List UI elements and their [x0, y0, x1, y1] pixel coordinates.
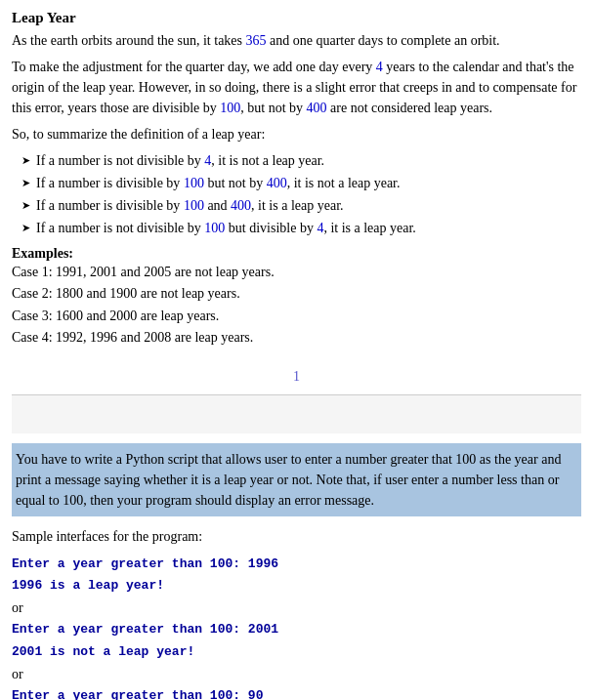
or-label-2: or: [12, 667, 581, 682]
task-highlight-box: You have to write a Python script that a…: [12, 443, 581, 516]
intro-para-3: So, to summarize the definition of a lea…: [12, 124, 581, 144]
sample-label: Sample interfaces for the program:: [12, 526, 581, 547]
bullet-text-3: If a number is divisible by 100 and 400,…: [36, 195, 344, 216]
intro-para-2: To make the adjustment for the quarter d…: [12, 57, 581, 118]
num-4: 4: [376, 60, 383, 74]
bullet-list: If a number is not divisible by 4, it is…: [21, 150, 581, 238]
bullet-item-2: If a number is divisible by 100 but not …: [21, 173, 581, 193]
case-2: Case 2: 1800 and 1900 are not leap years…: [12, 283, 581, 305]
page-number-value: 1: [293, 369, 300, 384]
num-365: 365: [246, 33, 267, 48]
num-100-1: 100: [220, 101, 240, 115]
task-text: You have to write a Python script that a…: [16, 452, 561, 508]
code-block-2-result: 2001 is not a leap year!: [12, 642, 581, 663]
intro-para-1: As the earth orbits around the sun, it t…: [12, 30, 581, 51]
bullet-item-4: If a number is not divisible by 100 but …: [21, 218, 581, 238]
code-block-1-result: 1996 is a leap year!: [12, 576, 581, 597]
num-400-1: 400: [307, 101, 327, 115]
bullet-item-1: If a number is not divisible by 4, it is…: [21, 150, 581, 171]
examples-section: Examples: Case 1: 1991, 2001 and 2005 ar…: [12, 246, 581, 350]
code-block-2-prompt: Enter a year greater than 100: 2001: [12, 620, 581, 640]
page-title: Leap Year: [12, 10, 581, 26]
or-label-1: or: [12, 600, 581, 616]
bullet-text-2: If a number is divisible by 100 but not …: [36, 173, 401, 193]
code-block-1-prompt: Enter a year greater than 100: 1996: [12, 555, 581, 575]
case-3: Case 3: 1600 and 2000 are leap years.: [12, 306, 581, 327]
page-number: 1: [12, 369, 581, 385]
case-4: Case 4: 1992, 1996 and 2008 are leap yea…: [12, 327, 581, 349]
task-section: You have to write a Python script that a…: [12, 443, 581, 700]
case-1: Case 1: 1991, 2001 and 2005 are not leap…: [12, 262, 581, 283]
bullet-text-1: If a number is not divisible by 4, it is…: [36, 150, 324, 171]
code-block-3-prompt: Enter a year greater than 100: 90: [12, 686, 581, 700]
leap-year-section: Leap Year As the earth orbits around the…: [12, 10, 581, 385]
page-content: Leap Year As the earth orbits around the…: [0, 0, 593, 700]
bullet-item-3: If a number is divisible by 100 and 400,…: [21, 195, 581, 216]
examples-label: Examples:: [12, 246, 581, 262]
page-divider: [12, 394, 581, 433]
bullet-text-4: If a number is not divisible by 100 but …: [36, 218, 416, 238]
